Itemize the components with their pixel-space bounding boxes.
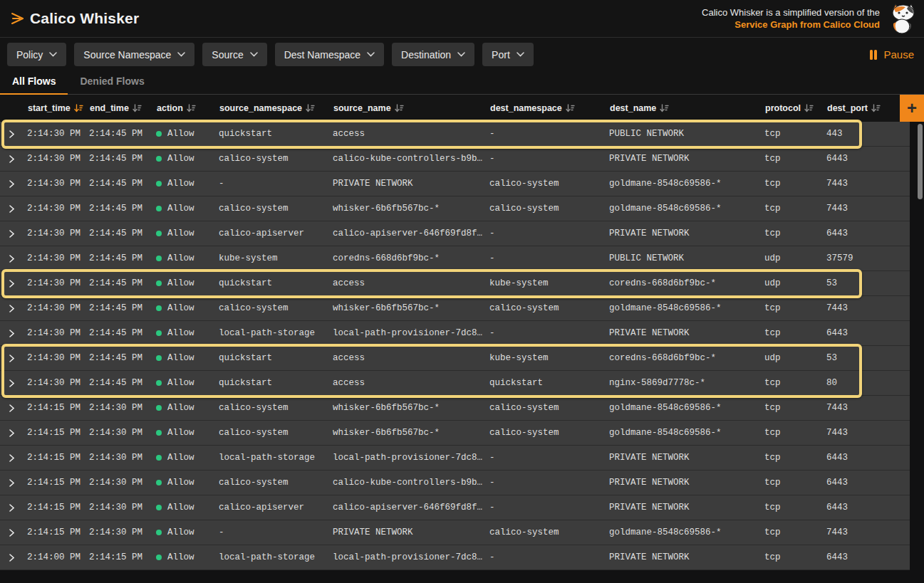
row-expand-button[interactable] [0,205,27,213]
cell-source-namespace: calico-system [219,303,333,313]
row-expand-button[interactable] [0,305,27,312]
filter-chip-dest-namespace[interactable]: Dest Namespace [275,43,384,66]
row-expand-button[interactable] [0,354,27,362]
row-expand-button[interactable] [0,155,27,163]
column-header-dest_port[interactable]: dest_port [826,95,910,122]
cell-dest-port: 6443 [826,328,910,338]
cell-action: Allow [156,527,219,537]
table-row[interactable]: 2:14:15 PM 2:14:30 PM Allow calico-apise… [0,495,910,520]
filter-chip-source-namespace[interactable]: Source Namespace [74,43,194,66]
action-label: Allow [167,453,194,463]
allow-status-dot [156,131,162,137]
cell-end-time: 2:14:30 PM [89,403,156,413]
cell-end-time: 2:14:45 PM [89,129,156,139]
chevron-right-icon [9,404,14,412]
column-header-action[interactable]: action [156,95,219,122]
table-row[interactable]: 2:14:30 PM 2:14:45 PM Allow kube-system … [0,246,910,271]
column-header-source_name[interactable]: source_name [333,95,489,122]
row-expand-button[interactable] [0,554,27,562]
row-expand-button[interactable] [0,230,27,238]
column-header-end_time[interactable]: end_time [89,95,156,122]
chevron-right-icon [9,180,14,188]
cell-dest-port: 7443 [826,204,910,214]
cell-start-time: 2:14:30 PM [27,328,89,338]
cell-dest-name: coredns-668d6bf9bc-* [609,353,764,363]
table-row[interactable]: 2:14:30 PM 2:14:45 PM Allow local-path-s… [0,321,910,346]
table-row[interactable]: 2:14:30 PM 2:14:45 PM Allow - PRIVATE NE… [0,172,910,196]
cell-protocol: tcp [764,552,826,562]
row-expand-button[interactable] [0,504,27,512]
cell-start-time: 2:14:30 PM [27,129,89,139]
row-expand-button[interactable] [0,255,27,263]
row-expand-button[interactable] [0,330,27,337]
table-row[interactable]: 2:14:30 PM 2:14:45 PM Allow quickstart a… [0,346,910,371]
allow-status-dot [156,380,162,386]
row-expand-button[interactable] [0,130,27,138]
action-label: Allow [167,428,194,438]
column-header-dest_name[interactable]: dest_name [609,95,764,122]
table-row[interactable]: 2:14:15 PM 2:14:30 PM Allow - PRIVATE NE… [0,520,910,545]
filter-chip-policy[interactable]: Policy [7,43,66,66]
chevron-down-icon [250,52,258,57]
allow-status-dot [156,505,162,510]
service-graph-link[interactable]: Service Graph from Calico Cloud [702,19,880,31]
cell-action: Allow [156,229,219,238]
cell-dest-namespace: - [489,129,609,139]
row-expand-button[interactable] [0,180,27,188]
allow-status-dot [156,455,162,461]
pause-button[interactable]: Pause [869,48,914,61]
filter-chip-source[interactable]: Source [202,43,266,66]
cell-dest-name: coredns-668d6bf9bc-* [609,278,764,288]
filter-chip-label: Dest Namespace [284,49,360,61]
table-row[interactable]: 2:14:30 PM 2:14:45 PM Allow quickstart a… [0,122,910,147]
cell-protocol: tcp [764,478,826,488]
cell-dest-port: 6443 [826,552,910,562]
table-row[interactable]: 2:14:30 PM 2:14:45 PM Allow quickstart a… [0,371,910,396]
row-expand-button[interactable] [0,379,27,387]
table-row[interactable]: 2:14:30 PM 2:14:45 PM Allow calico-syste… [0,296,910,321]
cell-dest-port: 80 [826,378,910,388]
row-expand-button[interactable] [0,429,27,437]
table-row[interactable]: 2:14:30 PM 2:14:45 PM Allow calico-syste… [0,147,910,172]
tagline: Calico Whisker is a simplified version o… [702,3,917,34]
action-label: Allow [167,278,194,288]
cell-action: Allow [156,378,219,388]
table-row[interactable]: 2:14:15 PM 2:14:30 PM Allow calico-syste… [0,396,910,421]
table-row[interactable]: 2:14:30 PM 2:14:45 PM Allow calico-syste… [0,196,910,221]
row-expand-button[interactable] [0,404,27,412]
vertical-scrollbar-thumb[interactable] [918,124,923,199]
tab-denied-flows[interactable]: Denied Flows [68,75,156,94]
row-expand-button[interactable] [0,479,27,487]
table-row[interactable]: 2:14:30 PM 2:14:45 PM Allow quickstart a… [0,271,910,296]
row-expand-button[interactable] [0,454,27,462]
tab-all-flows[interactable]: All Flows [0,75,68,94]
allow-status-dot [156,430,162,436]
column-header-source_namespace[interactable]: source_namespace [219,95,333,122]
filter-chip-destination[interactable]: Destination [392,43,474,66]
table-row[interactable]: 2:14:00 PM 2:14:15 PM Allow local-path-s… [0,545,910,570]
chevron-down-icon [457,52,465,57]
table-row[interactable]: 2:14:30 PM 2:14:45 PM Allow calico-apise… [0,221,910,246]
allow-status-dot [156,555,162,560]
filter-chip-port[interactable]: Port [482,43,534,66]
cell-source-namespace: local-path-storage [219,328,333,338]
cell-source-name: whisker-6b6fb567bc-* [333,303,489,313]
column-header-protocol[interactable]: protocol [764,95,826,122]
filter-chip-label: Destination [401,49,451,61]
column-header-dest_namespace[interactable]: dest_namespace [489,95,609,122]
action-label: Allow [167,503,194,513]
add-column-button[interactable]: + [900,95,924,122]
tab-bar: All FlowsDenied Flows [0,71,924,95]
row-expand-button[interactable] [0,280,27,288]
table-row[interactable]: 2:14:15 PM 2:14:30 PM Allow calico-syste… [0,421,910,446]
table-row[interactable]: 2:14:15 PM 2:14:30 PM Allow calico-syste… [0,471,910,495]
cell-dest-port: 37579 [826,253,910,263]
cell-dest-port: 6443 [826,154,910,164]
cell-end-time: 2:14:45 PM [89,253,156,263]
row-expand-button[interactable] [0,529,27,537]
cell-source-namespace: - [219,179,333,189]
allow-status-dot [156,330,162,336]
column-header-start_time[interactable]: start_time [27,95,89,122]
table-row[interactable]: 2:14:15 PM 2:14:30 PM Allow local-path-s… [0,446,910,471]
cell-source-name: PRIVATE NETWORK [333,527,489,537]
